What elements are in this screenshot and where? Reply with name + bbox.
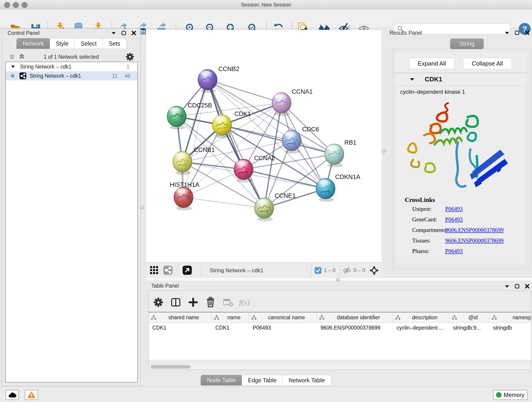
crosslink-link[interactable]: 9606.ENSP00000378699 — [445, 237, 504, 244]
table-cell[interactable]: 9606.ENSP00000378699 — [317, 323, 393, 333]
node-RB1[interactable]: RB1 — [325, 139, 356, 167]
table-row[interactable]: CDK1CDK1P064939606.ENSP00000378699cyclin… — [149, 323, 531, 333]
network-row[interactable]: String Network – cdk1 11 48 — [6, 71, 137, 80]
toolbar-separator — [311, 265, 312, 276]
collection-expander-icon[interactable] — [11, 65, 15, 68]
column-header-description[interactable]: description — [393, 313, 450, 322]
right-splitter-handle[interactable] — [382, 149, 386, 153]
table-options-gear-icon[interactable] — [152, 296, 165, 309]
selected-checkbox-icon[interactable] — [315, 267, 322, 275]
edge-HIST1H1A-CCNE1[interactable] — [184, 197, 264, 208]
node-CCNB2[interactable]: CCNB2 — [198, 65, 239, 93]
node-HIST1H1A[interactable]: HIST1H1A — [170, 181, 199, 211]
toolbar-separator — [340, 265, 340, 276]
node-label: CCNE1 — [275, 192, 296, 199]
tab-sets[interactable]: Sets — [103, 38, 127, 49]
cloud-status-button[interactable] — [6, 390, 19, 400]
collapse-all-button[interactable]: Collapse All — [463, 58, 512, 69]
panel-float-icon[interactable] — [121, 31, 126, 36]
panel-close-icon[interactable] — [131, 31, 136, 36]
expand-all-button[interactable]: Expand All — [409, 58, 455, 69]
column-header-database-identifier[interactable]: database identifier — [317, 313, 393, 322]
node-CDKN1A[interactable]: CDKN1A — [316, 173, 360, 202]
tab-string[interactable]: String — [450, 38, 484, 49]
delete-column-trash-icon[interactable] — [204, 296, 217, 309]
selected-counts: 1 – 0 — [324, 266, 336, 275]
network-collection-row[interactable]: String Network – cdk1 1 — [6, 62, 137, 71]
node-CCNE1[interactable]: CCNE1 — [254, 192, 296, 221]
table-cell[interactable]: P06493 — [249, 323, 317, 333]
tab-network-table[interactable]: Network Table — [283, 375, 331, 385]
network-graph: CCNB2CCNA1CDC25BCDK1CDC6RB1CCNB1CCNA2CDK… — [146, 30, 382, 262]
crosslink-link[interactable]: P06493 — [445, 248, 462, 254]
crosslink-label: Pharos: — [412, 248, 429, 254]
table-horizontal-scrollbar[interactable] — [149, 364, 531, 370]
panel-float-icon[interactable] — [515, 284, 520, 289]
panel-float-icon[interactable] — [515, 30, 520, 35]
network-share-view-icon[interactable] — [163, 266, 172, 276]
crosslink-row: Compartments:9606.ENSP00000378699 — [396, 225, 526, 235]
node-CCNB1[interactable]: CCNB1 — [173, 147, 215, 175]
panel-close-icon[interactable] — [525, 284, 530, 289]
table-cell[interactable]: cyclin–dependent ... — [393, 323, 450, 333]
tab-node-table[interactable]: Node Table — [201, 375, 242, 385]
node-CDC25B[interactable]: CDC25B — [167, 102, 212, 129]
tab-edge-table[interactable]: Edge Table — [242, 375, 283, 385]
node-label: CCNA2 — [254, 155, 275, 162]
gene-description: cyclin–dependent kinase 1 — [400, 89, 465, 95]
tab-network[interactable]: Network — [17, 38, 50, 49]
network-view-canvas[interactable]: CCNB2CCNA1CDC25BCDK1CDC6RB1CCNB1CCNA2CDK… — [146, 30, 382, 263]
detach-view-icon[interactable] — [183, 266, 192, 276]
panel-close-icon[interactable] — [525, 30, 530, 35]
crosslink-link[interactable]: P06493 — [445, 206, 462, 212]
crosslink-row: Uniprot:P06493 — [396, 204, 526, 214]
left-splitter-handle[interactable] — [140, 205, 144, 209]
main-toolbar: ? — [0, 10, 532, 28]
edge-CCNA2-CDKN1A[interactable] — [244, 169, 326, 189]
panel-menu-icon[interactable] — [505, 285, 510, 288]
column-header-name[interactable]: name — [212, 313, 249, 322]
table-cell[interactable]: stringdb — [489, 323, 531, 333]
show-columns-icon[interactable] — [169, 296, 182, 309]
current-network-name: String Network – cdk1 — [210, 266, 264, 275]
control-panel: Control Panel NetworkStyleSelectSets 1 o… — [2, 28, 141, 386]
table-cell[interactable]: stringdb:9... — [450, 323, 489, 333]
column-header-shared-name[interactable]: shared name — [149, 313, 212, 322]
create-column-icon[interactable] — [187, 296, 200, 309]
node-CCNA1[interactable]: CCNA1 — [272, 88, 313, 116]
control-panel-tabs: NetworkStyleSelectSets — [17, 38, 127, 49]
memory-button[interactable]: Memory — [493, 390, 527, 400]
crosslink-label: Tissues: — [412, 237, 431, 244]
edge-CCNB2-CCNE1[interactable] — [208, 80, 264, 208]
scrollbar-thumb[interactable] — [151, 365, 191, 369]
table-cell[interactable]: CDK1 — [149, 323, 212, 333]
section-expander-icon[interactable] — [410, 78, 414, 81]
panel-menu-icon[interactable] — [111, 32, 116, 35]
network-options-gear-icon[interactable] — [126, 53, 134, 62]
panel-menu-icon[interactable] — [505, 31, 510, 34]
column-header-namespace[interactable]: namespace — [489, 313, 531, 322]
crosslink-label: GeneCard: — [412, 216, 437, 223]
column-header-canonical-name[interactable]: canonical name — [249, 313, 317, 322]
grid-view-icon[interactable] — [150, 266, 159, 276]
network-list: String Network – cdk1 1 String Network –… — [5, 62, 138, 383]
warning-status-button[interactable] — [25, 390, 38, 400]
column-header-at-id[interactable]: @id — [450, 313, 489, 322]
tab-select[interactable]: Select — [75, 38, 103, 49]
node-label: CCNB1 — [194, 147, 215, 153]
fit-selected-crosshair-icon[interactable] — [370, 266, 379, 276]
collection-label: String Network – cdk1 — [20, 64, 71, 70]
hidden-eye-slash-icon[interactable] — [342, 267, 351, 275]
crosslinks-heading: CrossLinks — [405, 196, 526, 204]
gene-section-header[interactable]: CDK1 — [394, 73, 528, 85]
crosslink-link[interactable]: P06493 — [445, 216, 462, 223]
tab-style[interactable]: Style — [50, 38, 75, 49]
crosslink-row: GeneCard:P06493 — [396, 214, 526, 225]
protein-structure-image — [401, 99, 516, 195]
crosslink-link[interactable]: 9606.ENSP00000378699 — [445, 227, 504, 233]
edge-CCNB2-CCNA1[interactable] — [208, 80, 282, 103]
node-label: CDK1 — [234, 110, 251, 117]
horizontal-splitter-handle[interactable] — [336, 278, 340, 282]
delete-table-icon — [222, 296, 234, 309]
table-cell[interactable]: CDK1 — [212, 323, 249, 333]
